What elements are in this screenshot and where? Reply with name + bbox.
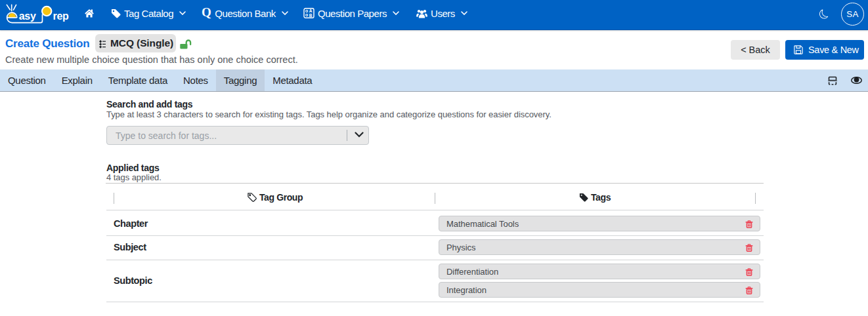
svg-text:B: B bbox=[309, 13, 313, 18]
svg-text:asy: asy bbox=[19, 10, 36, 22]
svg-text:rep: rep bbox=[53, 10, 70, 22]
